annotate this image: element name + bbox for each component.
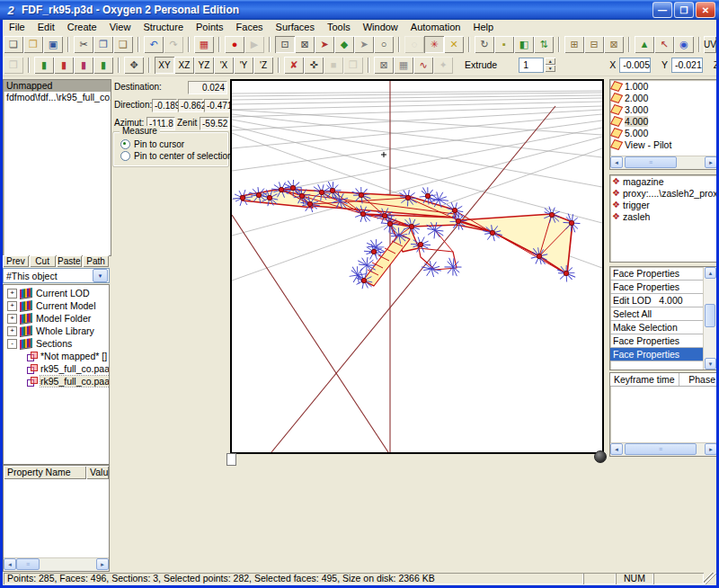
plane-toggle-button[interactable]: XZ bbox=[174, 57, 194, 74]
face-square-icon[interactable]: ▪ bbox=[494, 36, 514, 53]
minimize-button[interactable]: — bbox=[652, 2, 672, 18]
plane-toggle-button[interactable]: 'Z bbox=[253, 57, 273, 74]
extrude-spinner[interactable]: 1 ▲▼ bbox=[519, 58, 555, 73]
tree-section-item[interactable]: *Not mapped* [] * bbox=[4, 350, 109, 362]
menu-item[interactable]: Points bbox=[190, 20, 230, 34]
new-file-icon[interactable]: ❏ bbox=[4, 36, 23, 53]
vertex-weights-icon[interactable]: ✕ bbox=[444, 36, 464, 53]
selection-item[interactable]: ❖ proxy:....\zasleh2_proxy.00 bbox=[610, 187, 717, 199]
texture-item[interactable]: fdfmod\fdf...\rk95_full_co.paa bbox=[4, 92, 111, 103]
tree-expander[interactable]: + bbox=[7, 326, 17, 336]
lod-green-red-icon[interactable]: ▮ bbox=[34, 57, 54, 74]
lod-item[interactable]: 5.000 bbox=[610, 127, 717, 138]
save-icon[interactable]: ▣ bbox=[43, 36, 63, 53]
point-mode-icon[interactable]: ✳ bbox=[424, 36, 444, 53]
menu-item[interactable]: Automation bbox=[404, 20, 467, 34]
history-item[interactable]: Face Properties bbox=[610, 281, 704, 294]
redo-icon[interactable]: ↷ bbox=[164, 36, 183, 53]
menu-item[interactable]: Help bbox=[466, 20, 500, 34]
history-vscrollbar[interactable]: ▲ ▼ bbox=[703, 267, 717, 370]
wire-box-icon[interactable]: ⊠ bbox=[374, 57, 394, 74]
lod-item[interactable]: 3.000 bbox=[610, 103, 717, 115]
tree-expander[interactable]: - bbox=[7, 339, 17, 349]
lod-hscrollbar[interactable]: ◄ ► bbox=[610, 156, 717, 169]
viewport-grip-icon[interactable] bbox=[594, 450, 607, 463]
history-item[interactable]: Edit LOD 4.000 bbox=[610, 294, 704, 307]
grid-icon[interactable]: ▦ bbox=[394, 57, 413, 74]
menu-item[interactable]: Create bbox=[61, 20, 103, 34]
menu-item[interactable]: Tools bbox=[321, 20, 357, 34]
lod-item[interactable]: 4.000 bbox=[610, 115, 717, 127]
solid-box-icon[interactable]: ❒ bbox=[343, 57, 363, 74]
tree-expander[interactable]: + bbox=[7, 301, 17, 311]
history-item[interactable]: Face Properties bbox=[610, 267, 704, 281]
tree-root-item[interactable]: + Whole Library bbox=[4, 325, 109, 337]
pin-to-cursor-radio[interactable] bbox=[120, 139, 130, 149]
cut-icon[interactable]: ✂ bbox=[74, 36, 93, 53]
nav-button[interactable]: Path bbox=[83, 255, 109, 267]
pin-icon[interactable]: ✜ bbox=[304, 57, 324, 74]
select-through-icon[interactable]: ➤ bbox=[315, 36, 334, 53]
property-name-header[interactable]: Property Name bbox=[4, 466, 86, 479]
property-grid-hscrollbar[interactable]: ◄ ► bbox=[4, 557, 109, 571]
menu-item[interactable]: Structure bbox=[137, 20, 190, 34]
maximize-button[interactable]: ❐ bbox=[674, 2, 694, 18]
plane-toggle-button[interactable]: XY bbox=[155, 57, 174, 74]
property-value-header[interactable]: Valu bbox=[86, 466, 109, 479]
split-face-icon[interactable]: ◧ bbox=[514, 36, 534, 53]
lod-item[interactable]: 1.000 bbox=[610, 80, 717, 92]
tree-expander[interactable]: + bbox=[7, 314, 17, 324]
lod-red-green-icon[interactable]: ▮ bbox=[54, 57, 74, 74]
selection-item[interactable]: ❖ trigger bbox=[610, 199, 717, 210]
chevron-down-icon[interactable]: ▼ bbox=[93, 269, 108, 282]
tree-expander[interactable]: + bbox=[7, 289, 17, 298]
lod-item[interactable]: View - Pilot bbox=[610, 138, 717, 150]
coord-x-field[interactable]: -0.005 bbox=[619, 58, 651, 73]
recalc-normals-icon[interactable]: ▲ bbox=[635, 36, 654, 53]
zoom-tool-icon[interactable]: ○ bbox=[374, 36, 394, 53]
menu-item[interactable]: File bbox=[3, 20, 31, 34]
coord-y-field[interactable]: -0.021 bbox=[671, 58, 703, 73]
tree-root-item[interactable]: + Model Folder bbox=[4, 312, 109, 325]
object-dropdown[interactable]: #This object ▼ bbox=[3, 268, 110, 283]
nav-button[interactable]: Cut bbox=[30, 255, 56, 267]
title-bar[interactable]: 2 FDF_rk95.p3d - Oxygen 2 Personal Editi… bbox=[0, 0, 719, 20]
phase-header[interactable]: Phase bbox=[679, 373, 717, 386]
nav-button[interactable]: Prev bbox=[3, 255, 29, 267]
lod-green-icon[interactable]: ▮ bbox=[93, 57, 113, 74]
undo-icon[interactable]: ↶ bbox=[144, 36, 164, 53]
vertex-color-icon[interactable]: ◉ bbox=[674, 36, 694, 53]
measure-tool-icon[interactable]: ↖ bbox=[654, 36, 674, 53]
carve-box-icon[interactable]: ⊠ bbox=[604, 36, 624, 53]
nav-button[interactable]: Paste bbox=[57, 255, 83, 267]
tree-root-item[interactable]: + Current Model bbox=[4, 299, 109, 312]
delete-selection-icon[interactable]: ✘ bbox=[284, 57, 304, 74]
snap-icon[interactable]: ∿ bbox=[413, 57, 433, 74]
copy-icon[interactable]: ❐ bbox=[93, 36, 113, 53]
select-rectangle-icon[interactable]: ⊡ bbox=[275, 36, 295, 53]
menu-item[interactable]: Window bbox=[357, 20, 404, 34]
background-box-icon[interactable]: ❒ bbox=[4, 57, 23, 74]
menu-item[interactable]: View bbox=[103, 20, 138, 34]
move-points-icon[interactable]: ✥ bbox=[124, 57, 144, 74]
bevel-box-icon[interactable]: ⊟ bbox=[584, 36, 604, 53]
plane-toggle-button[interactable]: YZ bbox=[194, 57, 214, 74]
deselect-icon[interactable]: ➤ bbox=[354, 36, 374, 53]
lod-red-icon[interactable]: ▮ bbox=[74, 57, 93, 74]
circle-select-icon[interactable]: ◌ bbox=[404, 36, 424, 53]
tree-section-item[interactable]: rk95_full_co.paa [ bbox=[4, 362, 109, 375]
menu-item[interactable]: Faces bbox=[230, 20, 270, 34]
menu-item[interactable]: Surfaces bbox=[270, 20, 321, 34]
select-polygon-icon[interactable]: ◆ bbox=[334, 36, 354, 53]
tree-root-item[interactable]: - Sections bbox=[4, 337, 109, 350]
flat-shade-icon[interactable]: ■ bbox=[324, 57, 343, 74]
texture-item[interactable]: Unmapped bbox=[4, 80, 111, 92]
resize-grip[interactable] bbox=[704, 573, 716, 584]
extrude-box-icon[interactable]: ⊞ bbox=[564, 36, 584, 53]
keyframe-time-header[interactable]: Keyframe time bbox=[610, 373, 679, 386]
select-lasso-icon[interactable]: ⊠ bbox=[295, 36, 315, 53]
open-folder-icon[interactable]: ❒ bbox=[23, 36, 43, 53]
paste-icon[interactable]: ❑ bbox=[113, 36, 133, 53]
record-icon[interactable]: ● bbox=[225, 36, 244, 53]
history-item[interactable]: Make Selection bbox=[610, 321, 704, 334]
